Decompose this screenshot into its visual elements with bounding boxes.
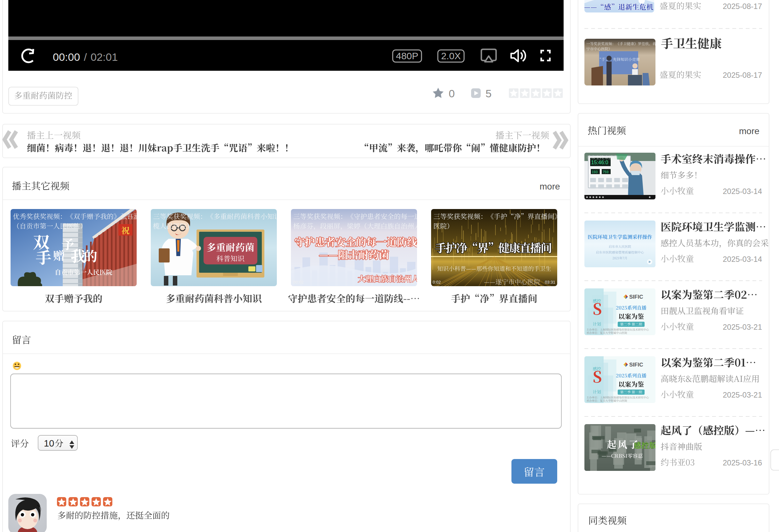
svg-text:02:11: 02:11	[405, 280, 415, 285]
svg-text:2025-03-14: 2025-03-14	[723, 255, 762, 263]
svg-text:2025-03-14: 2025-03-14	[723, 187, 762, 195]
svg-text:2025-08-17: 2025-08-17	[723, 2, 762, 11]
svg-text:more: more	[540, 181, 560, 191]
svg-text:SIFIC: SIFIC	[629, 362, 643, 368]
svg-text:2025-03-21: 2025-03-21	[723, 323, 762, 331]
svg-text:193: 193	[592, 170, 598, 174]
svg-text:759: 759	[603, 170, 608, 174]
svg-text:0:02: 0:02	[433, 280, 441, 285]
svg-text:00:02: 00:02	[293, 280, 304, 285]
svg-text:2025-08-17: 2025-08-17	[723, 71, 762, 79]
svg-text:2025-03-21: 2025-03-21	[723, 391, 762, 399]
svg-text:15:46:0: 15:46:0	[591, 160, 608, 165]
svg-text:0: 0	[449, 87, 455, 100]
svg-text:SIFIC: SIFIC	[629, 294, 643, 300]
svg-text:02:01: 02:01	[91, 51, 118, 63]
svg-text:2.0X: 2.0X	[441, 51, 461, 61]
svg-text:10: 10	[44, 438, 54, 449]
svg-text:5: 5	[485, 87, 492, 100]
svg-text:2025-03-16: 2025-03-16	[723, 458, 762, 467]
svg-text:more: more	[739, 126, 760, 136]
svg-text:00:00: 00:00	[53, 51, 80, 63]
svg-text:480P: 480P	[396, 51, 418, 61]
svg-text:03:31: 03:31	[545, 280, 555, 285]
svg-text:/: /	[84, 51, 87, 63]
